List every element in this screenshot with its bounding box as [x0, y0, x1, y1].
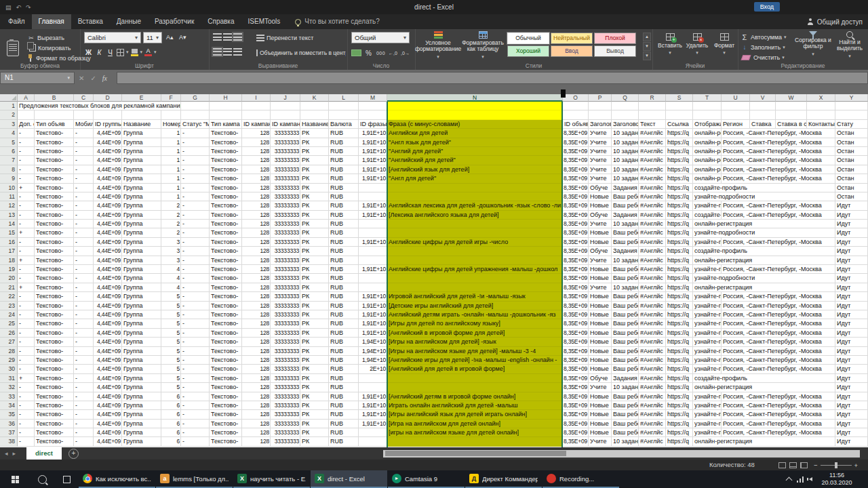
grid-cell[interactable]: узнайте-подробности — [693, 401, 722, 410]
grid-cell[interactable] — [359, 437, 387, 446]
grid-cell[interactable] — [666, 102, 693, 110]
grid-cell[interactable]: [Игра на английском для детей онлайн] — [387, 420, 563, 428]
grid-cell[interactable]: Текстово- — [210, 338, 242, 346]
grid-cell[interactable]: Текстово- — [210, 220, 242, 228]
grid-cell[interactable]: RUB — [329, 220, 359, 228]
grid-cell[interactable]: RUB — [329, 184, 359, 192]
grid-cell[interactable]: Текстово- — [35, 228, 74, 237]
grid-cell[interactable]: Остан — [835, 129, 868, 138]
grid-cell[interactable]: Новые — [589, 329, 612, 338]
grid-cell[interactable]: Группа — [122, 228, 161, 237]
grid-cell[interactable]: https://q — [666, 302, 693, 310]
taskbar-button-excel-teach[interactable]: Xнаучить читать - Е... — [233, 470, 310, 488]
grid-cell[interactable]: - — [18, 392, 35, 401]
grid-cell[interactable]: 1,91E+10 — [359, 329, 387, 338]
grid-cell[interactable]: Новые — [589, 410, 612, 419]
grid-cell[interactable]: Россия, -Санкт-Петербург, -Москва — [722, 211, 835, 220]
grid-cell[interactable] — [387, 110, 563, 119]
grid-cell[interactable]: узнайте-подробности — [693, 310, 722, 319]
grid-cell[interactable]: РК — [300, 347, 329, 356]
grid-cell[interactable]: 1,94E+10 — [359, 338, 387, 346]
grid-cell[interactable]: 5 — [161, 310, 181, 319]
grid-cell[interactable]: Задания п — [612, 247, 639, 256]
grid-cell[interactable]: Новые — [589, 392, 612, 401]
grid-cell[interactable]: https://q — [666, 228, 693, 237]
row-header-8[interactable]: 8 — [0, 165, 18, 174]
row-header-27[interactable]: 27 — [0, 338, 18, 346]
column-header-V[interactable]: V — [750, 94, 776, 102]
align-right-button[interactable] — [233, 48, 242, 56]
grid-cell[interactable]: - — [18, 302, 35, 310]
grid-cell[interactable]: Текстово- — [210, 165, 242, 174]
grid-cell[interactable]: 33333333 — [271, 174, 300, 183]
grid-cell[interactable]: Текстово- — [210, 238, 242, 247]
grid-cell[interactable]: РК — [300, 319, 329, 328]
grid-cell[interactable]: 33333333 — [271, 302, 300, 310]
grid-cell[interactable]: Текстово- — [210, 192, 242, 201]
grid-cell[interactable]: - — [74, 283, 94, 292]
grid-cell[interactable]: ID кампан — [271, 120, 300, 129]
grid-cell[interactable]: - — [74, 220, 94, 228]
grid-cell[interactable]: https://q — [666, 392, 693, 401]
column-header-W[interactable]: W — [776, 94, 807, 102]
grid-cell[interactable]: 10 задани — [612, 256, 639, 265]
column-header-E[interactable]: E — [122, 94, 161, 102]
grid-cell[interactable]: 10 задани — [612, 129, 639, 138]
grid-cell[interactable]: 33333333 — [271, 338, 300, 346]
zoom-slider[interactable] — [821, 465, 852, 466]
grid-cell[interactable]: #Англйс — [639, 292, 666, 301]
grid-cell[interactable] — [750, 102, 776, 110]
grid-cell[interactable]: 8,35E+09 — [563, 174, 589, 183]
grid-cell[interactable]: #Англйс — [639, 238, 666, 247]
grid-cell[interactable]: Мобильн — [74, 120, 94, 129]
grid-cell[interactable]: - — [181, 347, 210, 356]
grid-cell[interactable]: - — [74, 437, 94, 446]
grid-cell[interactable]: - — [18, 274, 35, 283]
grid-cell[interactable]: Новые — [589, 238, 612, 247]
grid-cell[interactable]: 4,44E+09 — [94, 174, 122, 183]
grid-cell[interactable]: 2 — [161, 211, 181, 220]
grid-cell[interactable]: https://q — [666, 437, 693, 446]
grid-cell[interactable] — [329, 110, 359, 119]
grid-cell[interactable]: Учите — [589, 165, 612, 174]
grid-cell[interactable]: Идут — [835, 283, 868, 292]
grid-cell[interactable]: Группа — [122, 184, 161, 192]
grid-cell[interactable]: RUB — [329, 310, 359, 319]
grid-cell[interactable]: Текстово- — [35, 383, 74, 392]
cell-style-output[interactable]: Вывод — [594, 45, 636, 57]
grid-cell[interactable]: узнайте-подробности — [693, 274, 835, 283]
grid-cell[interactable]: Новые — [589, 356, 612, 365]
align-top-button[interactable] — [213, 33, 222, 41]
row-header-3[interactable]: 3 — [0, 120, 18, 129]
grid-cell[interactable]: Текстово- — [35, 347, 74, 356]
grid-cell[interactable]: 4,44E+09 — [94, 420, 122, 428]
grid-cell[interactable]: 1,91E+10 — [359, 156, 387, 165]
grid-cell[interactable]: 4,44E+09 — [94, 437, 122, 446]
task-view-button[interactable] — [54, 470, 79, 488]
grid-cell[interactable]: - — [18, 383, 35, 392]
grid-cell[interactable]: Группа — [122, 410, 161, 419]
grid-cell[interactable]: Россия, -Санкт-Петербург, -Москва — [722, 401, 835, 410]
grid-cell[interactable]: - — [74, 319, 94, 328]
row-header-38[interactable]: 38 — [0, 437, 18, 446]
grid-cell[interactable]: 4,44E+09 — [94, 184, 122, 192]
grid-cell[interactable]: 4 — [161, 274, 181, 283]
grid-cell[interactable]: "Англий для детей" — [387, 147, 563, 156]
taskbar-button-excel-direct[interactable]: Xdirect - Excel — [311, 470, 387, 488]
grid-cell[interactable]: - — [18, 401, 35, 410]
grid-cell[interactable]: - — [181, 165, 210, 174]
search-button[interactable] — [30, 470, 54, 488]
grid-cell[interactable]: #Англйс — [639, 338, 666, 346]
grid-cell[interactable]: РК — [300, 256, 329, 265]
grid-cell[interactable]: - — [74, 228, 94, 237]
grid-cell[interactable]: https://q — [666, 192, 693, 201]
accounting-format-button[interactable] — [351, 48, 361, 58]
grid-cell[interactable]: - — [18, 165, 35, 174]
grid-cell[interactable]: 1,91E+10 — [359, 310, 387, 319]
grid-cell[interactable]: Текстово- — [35, 410, 74, 419]
grid-cell[interactable]: 33333333 — [271, 392, 300, 401]
grid-cell[interactable] — [612, 102, 639, 110]
grid-cell[interactable]: - — [18, 211, 35, 220]
grid-cell[interactable]: - — [74, 165, 94, 174]
grid-cell[interactable]: - — [74, 410, 94, 419]
